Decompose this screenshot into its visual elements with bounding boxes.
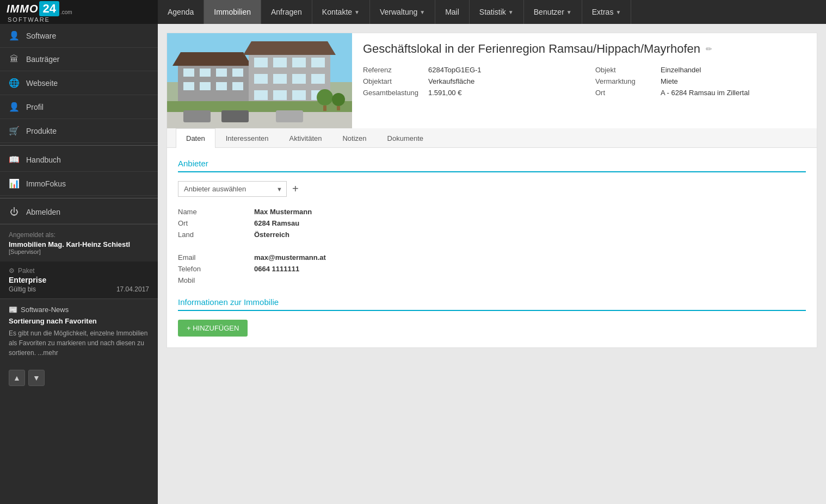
anbieter-section: Anbieter Anbieter auswählen ▼ + Name Max… xyxy=(178,159,806,284)
tab-daten[interactable]: Daten xyxy=(176,128,215,148)
nav-extras[interactable]: Extras ▼ xyxy=(582,0,632,24)
svg-rect-7 xyxy=(200,69,211,77)
chevron-down-icon: ▼ xyxy=(615,9,621,15)
sidebar-item-immofokus[interactable]: 📊 ImmoFokus xyxy=(0,172,158,196)
tab-aktivitaeten[interactable]: Aktivitäten xyxy=(279,128,332,148)
detail-value-vermarktung: Miete xyxy=(661,77,678,85)
detail-row-objektart: Objektart Verkaufsfläche xyxy=(363,76,574,86)
sidebar-item-produkte[interactable]: 🛒 Produkte xyxy=(0,119,158,143)
svg-rect-6 xyxy=(183,69,194,77)
news-icon: 📰 xyxy=(9,306,17,314)
validity-date: 17.04.2017 xyxy=(116,285,149,293)
svg-rect-34 xyxy=(323,105,326,111)
anbieter-dropdown-wrapper: Anbieter auswählen ▼ xyxy=(178,181,287,197)
news-section: 📰 Software-News Sortierung nach Favorite… xyxy=(0,298,158,364)
chevron-up-icon: ▲ xyxy=(13,374,21,382)
info-section: Informationen zur Immobilie + HINZUFÜGEN xyxy=(178,297,806,337)
nav-verwaltung[interactable]: Verwaltung ▼ xyxy=(370,0,435,24)
tab-content: Anbieter Anbieter auswählen ▼ + Name Max… xyxy=(167,148,817,347)
ort-value: 6284 Ramsau xyxy=(254,219,806,227)
email-value: max@mustermann.at xyxy=(254,253,806,262)
nav-statistik[interactable]: Statistik ▼ xyxy=(470,0,524,24)
scroll-up-button[interactable]: ▲ xyxy=(9,370,25,386)
svg-rect-22 xyxy=(273,74,287,84)
nav-kontakte[interactable]: Kontakte ▼ xyxy=(312,0,370,24)
sidebar-label-webseite: Webseite xyxy=(26,79,58,88)
sidebar-item-handbuch[interactable]: 📖 Handbuch xyxy=(0,148,158,172)
nav-immobilien[interactable]: Immobilien xyxy=(204,0,261,24)
contact-info-grid: Name Max Mustermann Ort 6284 Ramsau Land… xyxy=(178,208,806,284)
detail-label-objekt: Objekt xyxy=(595,66,661,74)
detail-row-vermarktung: Vermarktung Miete xyxy=(595,76,806,86)
name-label: Name xyxy=(178,208,254,216)
sidebar-item-bautraeger[interactable]: 🏛 Bauträger xyxy=(0,48,158,71)
property-details-grid: Referenz 6284TopG1EG-1 Objekt Einzelhand… xyxy=(363,65,806,98)
svg-rect-20 xyxy=(311,58,325,67)
svg-rect-25 xyxy=(254,90,268,100)
sidebar-label-handbuch: Handbuch xyxy=(26,155,61,164)
edit-icon[interactable]: ✏ xyxy=(706,45,712,53)
property-header: Geschäftslokal in der Ferienregion Ramsa… xyxy=(167,33,817,128)
nav-mail[interactable]: Mail xyxy=(435,0,470,24)
svg-rect-23 xyxy=(292,74,306,84)
news-section-title: Software-News xyxy=(21,306,69,314)
chevron-down-icon: ▼ xyxy=(420,9,425,15)
land-value: Österreich xyxy=(254,231,806,239)
paket-name: Enterprise xyxy=(9,276,149,284)
sidebar-item-webseite[interactable]: 🌐 Webseite xyxy=(0,71,158,95)
svg-rect-12 xyxy=(216,82,227,90)
svg-point-33 xyxy=(317,89,333,105)
tab-interessenten[interactable]: Interessenten xyxy=(215,128,279,148)
detail-row-gesamtbelastung: Gesamtbelastung 1.591,00 € xyxy=(363,88,574,98)
nav-anfragen[interactable]: Anfragen xyxy=(261,0,312,24)
property-title: Geschäftslokal in der Ferienregion Ramsa… xyxy=(363,42,806,56)
sidebar-item-software[interactable]: 👤 Software xyxy=(0,24,158,48)
detail-value-ort: A - 6284 Ramsau im Zillertal xyxy=(661,89,749,97)
validity-label: Gültig bis xyxy=(9,285,36,293)
telefon-value: 0664 1111111 xyxy=(254,265,806,273)
ort-label: Ort xyxy=(178,219,254,227)
nav-items: Agenda Immobilien Anfragen Kontakte ▼ Ve… xyxy=(158,0,826,24)
svg-rect-8 xyxy=(216,69,227,77)
svg-rect-17 xyxy=(254,58,268,67)
hinzufuegen-button[interactable]: + HINZUFÜGEN xyxy=(178,320,248,337)
chevron-down-icon: ▼ xyxy=(33,374,40,382)
detail-row-objekt: Objekt Einzelhandel xyxy=(595,65,806,75)
svg-rect-26 xyxy=(273,90,287,100)
shop-icon: 🛒 xyxy=(9,126,20,136)
logo-area: IMMO 24 .com SOFTWARE xyxy=(0,0,158,24)
sidebar-item-abmelden[interactable]: ⏻ Abmelden xyxy=(0,201,158,224)
globe-icon: 🌐 xyxy=(9,78,20,88)
sidebar-label-bautraeger: Bauträger xyxy=(26,55,59,64)
logged-in-role: [Supervisor] xyxy=(9,248,149,255)
scroll-buttons: ▲ ▼ xyxy=(0,364,158,391)
logged-in-section: Angemeldet als: Immobilien Mag. Karl-Hei… xyxy=(0,224,158,262)
nav-benutzer[interactable]: Benutzer ▼ xyxy=(524,0,582,24)
sidebar-item-profil[interactable]: 👤 Profil xyxy=(0,95,158,119)
detail-label-gesamtbelastung: Gesamtbelastung xyxy=(363,89,428,97)
logged-in-name: Immobilien Mag. Karl-Heinz Schiestl xyxy=(9,240,149,248)
logged-in-label: Angemeldet als: xyxy=(9,231,149,239)
svg-rect-27 xyxy=(292,90,306,100)
anbieter-select[interactable]: Anbieter auswählen xyxy=(178,181,287,197)
news-heading: Sortierung nach Favoriten xyxy=(9,317,149,325)
info-section-title: Informationen zur Immobilie xyxy=(178,297,806,311)
user-icon: 👤 xyxy=(9,102,20,112)
nav-agenda[interactable]: Agenda xyxy=(158,0,204,24)
paket-section: ⚙ Paket Enterprise Gültig bis 17.04.2017 xyxy=(0,262,158,298)
add-anbieter-button[interactable]: + xyxy=(292,183,299,195)
svg-marker-5 xyxy=(172,52,251,66)
person-icon: 👤 xyxy=(9,30,20,41)
top-navigation: IMMO 24 .com SOFTWARE Agenda Immobilien … xyxy=(0,0,826,24)
logo-software-text: SOFTWARE xyxy=(8,16,50,23)
svg-rect-21 xyxy=(254,74,268,84)
gear-icon: ⚙ xyxy=(9,267,15,275)
name-value: Max Mustermann xyxy=(254,208,806,216)
detail-value-gesamtbelastung: 1.591,00 € xyxy=(428,89,461,97)
scroll-down-button[interactable]: ▼ xyxy=(28,370,45,386)
tab-dokumente[interactable]: Dokumente xyxy=(377,128,434,148)
svg-rect-19 xyxy=(292,58,306,67)
tab-notizen[interactable]: Notizen xyxy=(332,128,377,148)
sidebar-label-abmelden: Abmelden xyxy=(26,208,60,216)
anbieter-select-row: Anbieter auswählen ▼ + xyxy=(178,181,806,197)
